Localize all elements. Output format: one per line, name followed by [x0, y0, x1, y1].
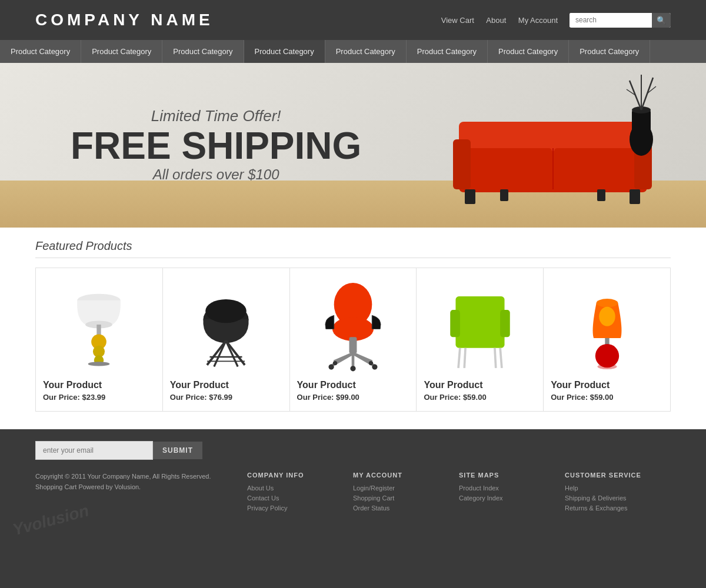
product-price-1: Our Price: $76.99 — [170, 393, 232, 402]
svg-line-52 — [500, 348, 502, 368]
shopping-cart-link[interactable]: Shopping Cart — [353, 495, 459, 502]
svg-line-51 — [458, 348, 460, 368]
price-label-0: Our Price: — [43, 393, 80, 402]
nav-item-1[interactable]: Product Category — [81, 40, 162, 63]
price-value-0: $23.99 — [82, 393, 105, 402]
product-image-0 — [43, 278, 155, 372]
price-value-4: $59.00 — [590, 393, 614, 402]
svg-rect-1 — [459, 122, 647, 151]
svg-rect-48 — [455, 296, 504, 326]
banner-text: Limited Time Offer! FREE SHIPPING All or… — [71, 107, 361, 183]
footer-site-maps: SITE MAPS Product Index Category Index — [459, 472, 565, 514]
product-image-1 — [170, 278, 282, 372]
price-label-4: Our Price: — [551, 393, 588, 402]
svg-rect-50 — [500, 310, 510, 337]
nav-item-4[interactable]: Product Category — [325, 40, 407, 63]
nav-item-5[interactable]: Product Category — [407, 40, 488, 63]
search-box: 🔍 — [570, 13, 671, 28]
footer-my-account: MY ACCOUNT Login/Register Shopping Cart … — [353, 472, 459, 514]
svg-point-42 — [328, 364, 334, 369]
my-account-heading: MY ACCOUNT — [353, 472, 459, 479]
banner-line1: Limited Time Offer! — [71, 107, 361, 125]
svg-rect-49 — [450, 310, 460, 337]
product-card-0[interactable]: Your Product Our Price: $23.99 — [35, 268, 163, 412]
footer-cols: Copyright © 2011 Your Company Name, All … — [35, 472, 671, 514]
svg-rect-6 — [630, 189, 640, 204]
my-account-link[interactable]: My Account — [518, 16, 558, 25]
price-label-2: Our Price: — [297, 393, 334, 402]
svg-point-59 — [597, 364, 617, 369]
about-us-link[interactable]: About Us — [247, 485, 353, 492]
svg-point-55 — [596, 299, 618, 308]
nav-item-7[interactable]: Product Category — [569, 40, 650, 63]
submit-button[interactable]: SUBMIT — [153, 442, 202, 459]
search-button[interactable]: 🔍 — [652, 13, 671, 28]
svg-rect-8 — [597, 189, 605, 201]
banner-line3: All orders over $100 — [71, 167, 361, 183]
svg-point-27 — [205, 299, 247, 323]
product-price-3: Our Price: $59.00 — [424, 393, 486, 402]
nav-item-6[interactable]: Product Category — [488, 40, 569, 63]
nav-item-0[interactable]: Product Category — [0, 40, 81, 63]
svg-point-56 — [599, 307, 615, 326]
category-index-link[interactable]: Category Index — [459, 495, 565, 502]
view-cart-link[interactable]: View Cart — [441, 16, 474, 25]
product-card-2[interactable]: Your Product Our Price: $99.00 — [290, 268, 417, 412]
shipping-link[interactable]: Shipping & Deliveries — [565, 495, 671, 502]
search-input[interactable] — [570, 13, 652, 27]
company-info-heading: COMPANY INFO — [247, 472, 353, 479]
returns-link[interactable]: Returns & Exchanges — [565, 505, 671, 512]
price-value-2: $99.00 — [336, 393, 359, 402]
nav-bar: Product Category Product Category Produc… — [0, 40, 706, 63]
price-value-1: $76.99 — [209, 393, 232, 402]
nav-item-3[interactable]: Product Category — [244, 40, 325, 63]
svg-rect-7 — [500, 189, 508, 201]
svg-line-53 — [464, 348, 465, 368]
help-link[interactable]: Help — [565, 485, 671, 492]
email-input[interactable] — [35, 441, 153, 460]
price-label-1: Our Price: — [170, 393, 207, 402]
svg-rect-5 — [465, 189, 475, 204]
contact-us-link[interactable]: Contact Us — [247, 495, 353, 502]
product-card-1[interactable]: Your Product Our Price: $76.99 — [163, 268, 290, 412]
product-name-0: Your Product — [43, 380, 102, 390]
product-card-4[interactable]: Your Product Our Price: $59.00 — [544, 268, 671, 412]
nav-item-2[interactable]: Product Category — [162, 40, 244, 63]
price-label-3: Our Price: — [424, 393, 461, 402]
company-name: COMPANY NAME — [35, 11, 214, 29]
svg-rect-9 — [453, 139, 471, 189]
footer-customer-service: CUSTOMER SERVICE Help Shipping & Deliver… — [565, 472, 671, 514]
svg-point-43 — [372, 364, 377, 369]
price-value-3: $59.00 — [463, 393, 487, 402]
svg-point-44 — [350, 366, 355, 371]
copyright-text: Copyright © 2011 Your Company Name, All … — [35, 472, 247, 482]
product-name-1: Your Product — [170, 380, 229, 390]
featured-title: Featured Products — [35, 239, 671, 258]
product-index-link[interactable]: Product Index — [459, 485, 565, 492]
header: COMPANY NAME View Cart About My Account … — [0, 0, 706, 40]
customer-service-heading: CUSTOMER SERVICE — [565, 472, 671, 479]
product-image-2 — [297, 278, 409, 372]
header-right: View Cart About My Account 🔍 — [432, 13, 671, 28]
product-name-4: Your Product — [551, 380, 610, 390]
banner-line2: FREE SHIPPING — [71, 125, 361, 166]
footer-company-info: COMPANY INFO About Us Contact Us Privacy… — [247, 472, 353, 514]
privacy-policy-link[interactable]: Privacy Policy — [247, 505, 353, 512]
footer-email-row: SUBMIT — [35, 441, 671, 460]
product-price-0: Our Price: $23.99 — [43, 393, 105, 402]
product-card-3[interactable]: Your Product Our Price: $59.00 — [417, 268, 544, 412]
order-status-link[interactable]: Order Status — [353, 505, 459, 512]
svg-line-15 — [641, 78, 653, 110]
featured-section: Featured Products — [0, 228, 706, 429]
product-name-3: Your Product — [424, 380, 482, 390]
svg-rect-2 — [465, 148, 552, 189]
banner: Limited Time Offer! FREE SHIPPING All or… — [0, 63, 706, 228]
site-maps-heading: SITE MAPS — [459, 472, 565, 479]
svg-line-54 — [495, 348, 496, 368]
svg-point-46 — [369, 360, 373, 365]
login-register-link[interactable]: Login/Register — [353, 485, 459, 492]
svg-rect-36 — [349, 337, 357, 353]
about-link[interactable]: About — [486, 16, 506, 25]
product-image-3 — [424, 278, 536, 372]
svg-rect-21 — [97, 325, 101, 335]
